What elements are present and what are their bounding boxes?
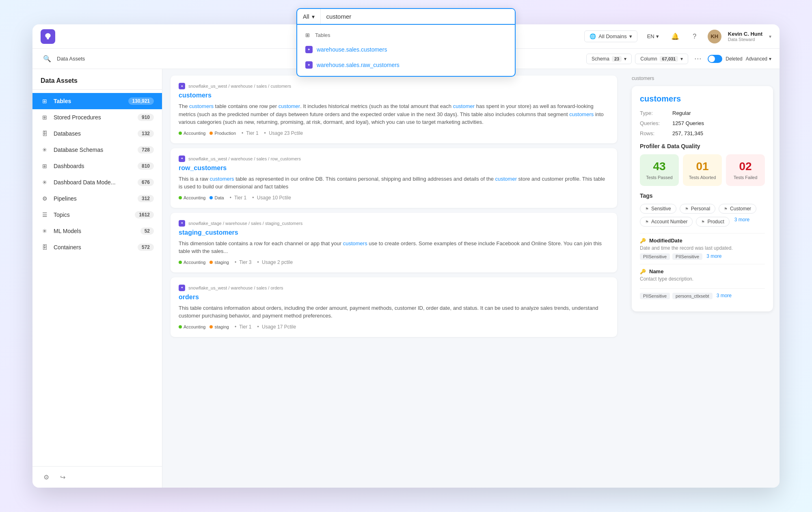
app-container: 🌐 All Domains ▾ EN ▾ 🔔 ? KH Kevin C. Hun… [32,24,780,488]
help-button[interactable]: ? [688,30,701,43]
result-title-row-customers[interactable]: row_customers [179,164,609,172]
tag-icon-customer: ⚑ [724,207,728,211]
more-filters-button[interactable]: ··· [691,52,704,65]
language-selector[interactable]: EN ▾ [644,31,662,42]
tag-dot-staging-2 [209,325,213,328]
tag-tier-4: Tier 1 [233,324,252,330]
tag-accounting: Accounting [179,131,205,136]
column-name-name[interactable]: Name [649,268,663,274]
right-panel-inner: customers customers Type: Regular Querie… [625,69,780,318]
col-tag-pii-1[interactable]: PIISensitive [640,253,670,260]
result-tags-orders: Accounting staging Tier 1 Usage 17 Pctil… [179,324,609,330]
queries-label: Queries: [640,120,672,126]
result-card-row-customers: snowflake_us_west / warehouse / sales / … [171,148,617,208]
result-card-customers: snowflake_us_west / warehouse / sales / … [171,76,617,143]
dashboards-icon: ⊞ [41,162,49,170]
search-type-chevron: ▾ [312,13,315,20]
tags-more-link[interactable]: 3 more [734,217,749,227]
tag-icon-sensitive: ⚑ [645,207,649,211]
col-tag-pii-2[interactable]: PIISensitive [672,253,702,260]
user-initials: KH [710,33,718,39]
sidebar-header: Data Assets [32,69,162,90]
sidebar-item-dashboards[interactable]: ⊞ Dashboards 810 [32,158,162,174]
stored-procedures-count: 910 [138,114,154,121]
app-logo[interactable] [41,29,55,44]
tag-product[interactable]: ⚑ Product [696,217,729,227]
advanced-button[interactable]: Advanced ▾ [746,56,771,62]
language-label: EN [647,33,654,39]
tests-aborted-card[interactable]: 01 Tests Aborted [683,154,722,186]
suggestion-1-icon [305,46,313,53]
domain-selector[interactable]: 🌐 All Domains ▾ [584,30,637,42]
sidebar-item-pipelines[interactable]: ⚙ Pipelines 312 [32,190,162,207]
tag-personal[interactable]: ⚑ Personal [680,204,715,214]
column-desc-modified: Date and time the record was last update… [640,245,765,251]
col-tag-pii-sensitive[interactable]: PIISensitive [640,293,670,299]
result-title-staging[interactable]: staging_customers [179,229,609,236]
settings-icon[interactable]: ⚙ [41,471,52,483]
result-tags-staging: Accounting staging Tier 3 Usage 2 pctile [179,259,609,265]
suggestion-1[interactable]: warehouse.sales.customers [297,42,515,57]
dashboards-count: 810 [138,162,154,170]
data-models-icon: ✳ [41,178,49,186]
suggestion-1-label: warehouse.sales.customers [317,46,387,53]
type-value: Regular [672,110,691,116]
deleted-toggle-switch[interactable] [708,55,722,63]
col-tag-persons[interactable]: persons_ctlxsebt [672,293,713,299]
tests-passed-card[interactable]: 43 Tests Passed [640,154,679,186]
tag-accounting-3: Accounting [179,260,205,265]
search-icon-btn[interactable]: 🔍 [41,52,54,65]
toolbar-left: 🔍 Data Assets [41,52,85,65]
suggestion-2[interactable]: warehouse.sales.raw_customers [297,57,515,73]
column-name-modified[interactable]: ModifiedDate [649,238,682,244]
column-filter[interactable]: Column 67,031 ▾ [635,54,688,64]
column-desc-name: Contact type description. [640,276,765,282]
quality-cards: 43 Tests Passed 01 Tests Aborted 02 Test… [640,154,765,186]
tag-icon-personal: ⚑ [685,207,689,211]
sidebar-item-containers[interactable]: 🗄 Containers 572 [32,239,162,255]
result-title-customers[interactable]: customers [179,92,609,99]
sidebar-item-databases[interactable]: 🗄 Databases 132 [32,125,162,142]
tag-sep-1: Tier 1 [240,130,259,136]
sidebar-item-ml-models[interactable]: ✳ ML Models 52 [32,223,162,239]
notifications-button[interactable]: 🔔 [669,30,682,43]
tag-dot-staging [209,261,213,264]
sidebar-item-database-schemas[interactable]: ✳ Database Schemas 728 [32,142,162,158]
dashboards-label: Dashboards [54,163,133,169]
tag-dot-2 [179,196,182,199]
user-avatar[interactable]: KH [708,30,721,43]
language-chevron: ▾ [656,33,659,39]
schema-filter[interactable]: Schema 23 ▾ [586,54,632,64]
column-tags-extra: PIISensitive persons_ctlxsebt 3 more [640,293,765,299]
result-desc-row-customers: This is a raw customers table as represe… [179,175,609,191]
sidebar-item-topics[interactable]: ☰ Topics 1612 [32,207,162,223]
result-title-orders[interactable]: orders [179,294,609,301]
detail-title[interactable]: customers [640,94,765,104]
tag-label-personal: Personal [691,206,710,212]
tests-failed-card[interactable]: 02 Tests Failed [726,154,765,186]
search-input[interactable] [321,9,515,24]
tag-customer[interactable]: ⚑ Customer [719,204,756,214]
tag-dot-3 [179,261,182,264]
tests-failed-number: 02 [730,160,761,173]
navbar-right: 🌐 All Domains ▾ EN ▾ 🔔 ? KH Kevin C. Hun… [584,30,771,43]
toolbar-filters: Schema 23 ▾ Column 67,031 ▾ ··· Deleted … [586,52,771,65]
sidebar-item-tables[interactable]: ⊞ Tables 130,921 [32,93,162,109]
tag-sensitive[interactable]: ⚑ Sensitive [640,204,676,214]
result-card-staging-customers: snowflake_stage / warehouse / sales / st… [171,213,617,272]
result-path-row-customers: snowflake_us_west / warehouse / sales / … [179,156,609,162]
more-dots: ··· [694,54,702,63]
sidebar-item-stored-procedures[interactable]: ⊞ Stored Procedures 910 [32,109,162,125]
sidebar-item-dashboard-data-models[interactable]: ✳ Dashboard Data Mode... 676 [32,174,162,190]
search-type-selector[interactable]: All ▾ [297,9,321,24]
containers-count: 572 [138,244,154,251]
suggestion-2-label: warehouse.sales.raw_customers [317,62,400,68]
tag-account-number[interactable]: ⚑ Account Number [640,217,693,227]
user-name: Kevin C. Hunt [728,31,762,37]
tag-usage-4: Usage 17 Pctile [255,324,296,330]
tag-label-account: Account Number [651,219,687,225]
logout-icon[interactable]: ↪ [57,471,68,483]
tags-row-2: ⚑ Account Number ⚑ Product 3 more [640,217,765,227]
column-more-extra[interactable]: 3 more [717,293,732,299]
column-more-modified[interactable]: 3 more [706,253,721,260]
